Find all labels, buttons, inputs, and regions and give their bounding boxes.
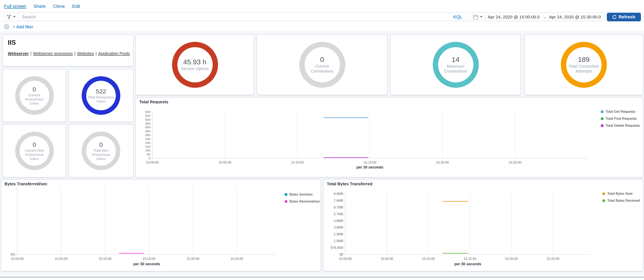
svg-text:15:25:00: 15:25:00 <box>230 257 243 261</box>
svg-text:15:00:00: 15:00:00 <box>339 257 352 261</box>
bytes-transferred-chart: 15:00:0015:05:0015:10:0015:15:0015:20:00… <box>1 180 321 271</box>
svg-text:250: 250 <box>145 137 150 140</box>
link-separator: | <box>96 51 96 56</box>
gauge-text: 189Total Connection Attempts <box>566 56 601 74</box>
gauge-text: 45.93 hService Uptime <box>178 58 212 72</box>
legend-item-total-bytes-received[interactable]: Total Bytes Received <box>602 198 640 203</box>
svg-text:8.6MB: 8.6MB <box>334 192 343 196</box>
legend-item-total-post-requests[interactable]: Total Post Requests <box>601 117 640 121</box>
panel-gauge-current-anonymous-users: 0Current Anonymous Users <box>2 69 66 122</box>
legend-label: Total Bytes Received <box>607 198 640 203</box>
gauge-ring: 0Total Non Anonymous Users <box>82 132 120 170</box>
gauge-ring: 522Total Anonymous Users <box>82 76 120 115</box>
filter-icon <box>6 14 12 19</box>
gauge-ring: 0Current Anonymous Users <box>15 76 54 115</box>
svg-text:15:15:00: 15:15:00 <box>364 161 376 164</box>
svg-text:7.6MB: 7.6MB <box>334 199 343 202</box>
svg-text:500: 500 <box>145 118 150 121</box>
svg-text:per 30 seconds: per 30 seconds <box>133 262 160 266</box>
svg-text:15:05:00: 15:05:00 <box>55 257 68 261</box>
legend-label: Total Get Requests <box>606 110 636 114</box>
panel-bytes-transferred-per-sec: Bytes Transferred/sec 15:00:0015:05:0015… <box>1 179 321 272</box>
legend-dot-icon <box>601 110 604 113</box>
svg-text:976.6KB: 976.6KB <box>331 246 343 250</box>
panel-gauge-current-connections: 0Current Connections <box>256 34 388 95</box>
menu-item-edit[interactable]: Edit <box>72 3 80 8</box>
svg-text:per 30 seconds: per 30 seconds <box>356 165 383 169</box>
svg-text:6.7MB: 6.7MB <box>334 206 343 209</box>
iis-links: Webserver|Webserver processes|Websites|A… <box>8 51 128 56</box>
filter-settings-icon[interactable] <box>4 23 10 29</box>
menu-item-full-screen[interactable]: Full screen <box>4 3 26 8</box>
gauge-value: 14 <box>438 56 473 64</box>
query-bar: KQL Apr 24, 2020 @ 15:00:00.0 → Apr 24, … <box>0 12 644 22</box>
gauge-value: 0 <box>305 56 339 64</box>
chevron-down-icon <box>13 16 16 18</box>
panel-iis: IIS Webserver|Webserver processes|Websit… <box>2 34 134 66</box>
gauge-value: 189 <box>566 56 601 64</box>
svg-text:1.9MB: 1.9MB <box>334 239 343 243</box>
calendar-button[interactable] <box>470 13 486 20</box>
top-menu-bar: Full screenShareCloneEdit <box>0 0 644 12</box>
svg-text:600: 600 <box>145 110 150 114</box>
gauge-value: 0 <box>21 141 48 148</box>
gauge-ring: 0Current Non Anonymous Users <box>15 132 54 170</box>
svg-text:450: 450 <box>145 122 150 125</box>
gauge-label: Maximum Connections <box>438 64 473 74</box>
svg-text:15:15:00: 15:15:00 <box>464 257 476 261</box>
saved-query-menu-button[interactable] <box>4 13 19 20</box>
panel-title: Total Requests <box>136 98 172 106</box>
panel-total-requests: Total Requests 15:00:0015:05:0015:10:001… <box>136 97 643 177</box>
legend-item-total-delete-requests[interactable]: Total Delete Requests <box>601 123 640 128</box>
gauge-text: 0Current Non Anonymous Users <box>21 141 48 161</box>
legend-item-total-bytes-sent[interactable]: Total Bytes Sent <box>602 191 640 196</box>
iis-link-webserver[interactable]: Webserver <box>8 51 29 56</box>
chart-legend: Total Bytes SentTotal Bytes Received <box>602 191 640 203</box>
gauge-label: Service Uptime <box>178 67 212 72</box>
filter-bar: + Add filter <box>0 22 644 31</box>
add-filter-button[interactable]: + Add filter <box>13 24 33 29</box>
legend-label: Total Delete Requests <box>606 123 640 128</box>
legend-dot-icon <box>284 200 288 203</box>
svg-text:15:10:00: 15:10:00 <box>422 257 435 261</box>
legend-item-total-get-requests[interactable]: Total Get Requests <box>601 110 640 114</box>
panel-total-bytes-transferred: Total Bytes Transferred 15:00:0015:05:00… <box>323 179 643 272</box>
search-input[interactable] <box>19 14 450 19</box>
kql-button[interactable]: KQL <box>450 14 466 19</box>
svg-text:15:20:00: 15:20:00 <box>436 161 449 164</box>
total-bytes-chart: 15:00:0015:05:0015:10:0015:15:0015:20:00… <box>324 180 643 271</box>
refresh-icon <box>612 14 616 19</box>
date-to-button[interactable]: Apr 24, 2020 @ 15:30:00.0 <box>547 14 603 19</box>
panel-gauge-service-uptime: 45.93 hService Uptime <box>136 34 254 95</box>
gauge-text: 0Current Connections <box>305 56 339 74</box>
legend-item-bytes-sent-sec[interactable]: Bytes Sent/sec <box>284 192 320 196</box>
svg-text:0%: 0% <box>10 253 15 256</box>
gauge-label: Current Anonymous Users <box>21 93 48 105</box>
iis-link-application-pools[interactable]: Application Pools <box>98 51 130 56</box>
svg-text:100: 100 <box>145 148 150 152</box>
dashboard-canvas: IIS Webserver|Webserver processes|Websit… <box>0 31 644 276</box>
iis-link-websites[interactable]: Websites <box>77 51 94 56</box>
svg-text:15:15:00: 15:15:00 <box>143 257 156 261</box>
panel-gauge-current-non-anonymous-users: 0Current Non Anonymous Users <box>2 124 66 177</box>
gauge-text: 0Current Anonymous Users <box>21 86 48 106</box>
svg-text:15:05:00: 15:05:00 <box>218 161 231 164</box>
panel-gauge-total-anonymous-users: 522Total Anonymous Users <box>68 69 134 122</box>
date-from-button[interactable]: Apr 24, 2020 @ 15:00:00.0 <box>486 14 542 19</box>
gauge-ring: 45.93 hService Uptime <box>172 42 218 88</box>
svg-text:3.8MB: 3.8MB <box>334 226 343 229</box>
kibana-dashboard-app: Full screenShareCloneEdit KQL <box>0 0 644 280</box>
panel-title: Bytes Transferred/sec <box>1 180 51 188</box>
legend-item-bytes-received-sec[interactable]: Bytes Received/sec <box>284 199 320 203</box>
link-separator: | <box>30 51 32 56</box>
menu-item-share[interactable]: Share <box>34 3 46 8</box>
horizontal-scrollbar[interactable] <box>0 276 644 278</box>
gauge-ring: 14Maximum Connections <box>432 42 478 88</box>
menu-item-clone[interactable]: Clone <box>53 3 65 8</box>
iis-link-webserver-processes[interactable]: Webserver processes <box>33 51 73 56</box>
refresh-label: Refresh <box>618 14 636 19</box>
date-picker: Apr 24, 2020 @ 15:00:00.0 → Apr 24, 2020… <box>470 13 603 21</box>
dashboard-menu: Full screenShareCloneEdit <box>4 3 80 8</box>
legend-label: Bytes Sent/sec <box>290 192 313 196</box>
refresh-button[interactable]: Refresh <box>607 12 641 21</box>
